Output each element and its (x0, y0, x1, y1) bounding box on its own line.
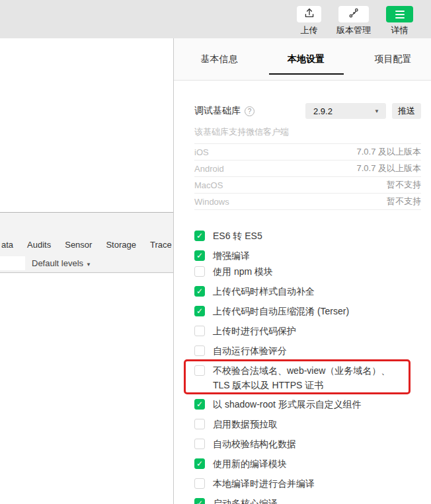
checkbox[interactable] (194, 458, 205, 469)
checkbox-row: 启用数据预拉取 (194, 419, 421, 429)
checkbox-label: 本地编译时进行合并编译 (213, 478, 315, 489)
settings-tab-label: 基本信息 (201, 54, 238, 65)
os-name: MacOS (194, 180, 223, 190)
checkbox[interactable] (194, 365, 205, 376)
local-settings-content: 调试基础库 ? 2.9.2 ▼ 推送 该基础库支持微信客户端 iOS 7.0.7… (174, 81, 431, 504)
checkbox[interactable] (194, 286, 205, 297)
simulator-area: ata Audits Sensor Storage Trace Default … (0, 38, 173, 504)
checkbox-label: 使用新的编译模块 (213, 458, 287, 469)
chevron-down-icon: ▼ (374, 108, 379, 114)
checkbox-label: 以 shadow-root 形式展示自定义组件 (213, 399, 362, 410)
checkbox[interactable] (194, 439, 205, 449)
help-icon[interactable]: ? (245, 106, 255, 116)
checkbox-label: 自动运行体验评分 (213, 345, 287, 356)
checkbox[interactable] (194, 498, 205, 504)
devtools-tabs: ata Audits Sensor Storage Trace (1, 240, 173, 250)
details-button[interactable]: 详情 (386, 6, 413, 35)
upload-button-box[interactable] (297, 6, 321, 22)
os-support-row: Windows 暂不支持 (194, 194, 421, 210)
checkbox-label: 上传时进行代码保护 (213, 326, 296, 336)
os-support-value: 暂不支持 (387, 196, 421, 207)
checkbox-row: 增强编译 (194, 250, 421, 261)
default-levels-label: Default levels (32, 258, 83, 268)
checkbox-row: 上传时进行代码保护 (194, 326, 421, 336)
settings-tab-label: 本地设置 (288, 54, 325, 65)
version-control-button-label: 版本管理 (336, 25, 371, 35)
checkbox[interactable] (194, 399, 205, 410)
checkbox[interactable] (194, 231, 205, 241)
devtools-tab[interactable]: ata (1, 240, 13, 250)
checkbox-label: 上传代码时样式自动补全 (213, 286, 315, 297)
checkbox[interactable] (194, 250, 205, 261)
details-button-label: 详情 (391, 25, 409, 35)
devtools-body (0, 273, 173, 504)
checkbox-row: 自动运行体验评分 (194, 345, 421, 356)
console-filter-input[interactable] (0, 256, 25, 270)
checkbox-label: ES6 转 ES5 (213, 231, 262, 241)
settings-panel: 基本信息 本地设置 项目配置 调试基础库 ? 2.9.2 ▼ 推送 该基础库支持… (173, 38, 431, 504)
settings-tab[interactable]: 项目配置 (355, 38, 431, 80)
top-toolbar: 上传 版本管理 详情 (0, 0, 431, 38)
os-name: Windows (194, 197, 229, 207)
settings-tabbar: 基本信息 本地设置 项目配置 (174, 38, 431, 81)
checkbox-label: 自动校验结构化数据 (213, 439, 296, 449)
checkbox[interactable] (194, 345, 205, 356)
checkbox-row: 以 shadow-root 形式展示自定义组件 (194, 399, 421, 410)
upload-icon (303, 7, 315, 21)
checkbox-row: ES6 转 ES5 (194, 231, 421, 241)
compile-options-list: ES6 转 ES5 增强编译 使用 npm 模块 上传代码时样式自动补全 (194, 231, 421, 504)
checkbox[interactable] (194, 306, 205, 316)
os-name: iOS (194, 147, 209, 157)
os-support-row: iOS 7.0.7 及以上版本 (194, 144, 421, 161)
settings-tab[interactable]: 基本信息 (181, 38, 257, 80)
checkbox-row: 自动校验结构化数据 (194, 439, 421, 449)
os-support-row: MacOS 暂不支持 (194, 177, 421, 194)
checkbox-label: 不校验合法域名、web-view（业务域名）、TLS 版本以及 HTTPS 证书 (213, 363, 406, 392)
devtools-strip: ata Audits Sensor Storage Trace Default … (0, 212, 173, 504)
checkbox-label: 启用数据预拉取 (213, 419, 278, 429)
checkbox-label: 使用 npm 模块 (213, 266, 273, 277)
checkbox-row: 不校验合法域名、web-view（业务域名）、TLS 版本以及 HTTPS 证书 (194, 365, 421, 392)
branch-icon (348, 7, 360, 21)
devtools-tab[interactable]: Trace (150, 240, 172, 250)
devtools-tab[interactable]: Sensor (65, 240, 92, 250)
settings-tab[interactable]: 本地设置 (268, 38, 344, 80)
checkbox-label: 启动多核心编译 (213, 498, 278, 504)
push-button[interactable]: 推送 (392, 103, 421, 119)
library-version-select[interactable]: 2.9.2 ▼ (305, 103, 386, 119)
checkbox-row: 使用新的编译模块 (194, 458, 421, 469)
checkbox-row: 启动多核心编译 (194, 498, 421, 504)
debug-library-row: 调试基础库 ? 2.9.2 ▼ 推送 (194, 103, 421, 119)
checkbox[interactable] (194, 478, 205, 489)
library-support-note: 该基础库支持微信客户端 (194, 126, 421, 138)
upload-button-label: 上传 (301, 25, 318, 35)
os-support-list: iOS 7.0.7 及以上版本 Android 7.0.7 及以上版本 MacO… (194, 143, 421, 210)
default-levels-dropdown[interactable]: Default levels▼ (32, 258, 91, 268)
version-control-button-box[interactable] (338, 6, 369, 22)
chevron-down-icon: ▼ (86, 262, 91, 268)
checkbox[interactable] (194, 326, 205, 336)
checkbox-label: 增强编译 (213, 250, 250, 261)
os-support-value: 暂不支持 (387, 179, 421, 191)
version-control-button[interactable]: 版本管理 (336, 6, 371, 35)
devtools-tab[interactable]: Audits (27, 240, 51, 250)
settings-tab-label: 项目配置 (375, 54, 412, 65)
devtools-filter-row: Default levels▼ (0, 254, 173, 273)
os-name: Android (194, 164, 224, 174)
devtools-tab[interactable]: Storage (106, 240, 136, 250)
upload-button[interactable]: 上传 (297, 6, 321, 35)
os-support-value: 7.0.7 及以上版本 (356, 162, 421, 174)
debug-library-label: 调试基础库 (194, 105, 241, 117)
checkbox-row: 本地编译时进行合并编译 (194, 478, 421, 489)
checkbox[interactable] (194, 419, 205, 429)
details-button-box[interactable] (386, 6, 413, 22)
checkbox-row: 使用 npm 模块 (194, 266, 421, 277)
checkbox-row: 上传代码时自动压缩混淆 (Terser) (194, 306, 421, 316)
checkbox-row: 上传代码时样式自动补全 (194, 286, 421, 297)
os-support-row: Android 7.0.7 及以上版本 (194, 161, 421, 177)
os-support-value: 7.0.7 及以上版本 (356, 146, 421, 158)
checkbox[interactable] (194, 266, 205, 277)
checkbox-label: 上传代码时自动压缩混淆 (Terser) (213, 306, 349, 316)
library-version-value: 2.9.2 (313, 106, 333, 116)
menu-icon (395, 11, 405, 18)
